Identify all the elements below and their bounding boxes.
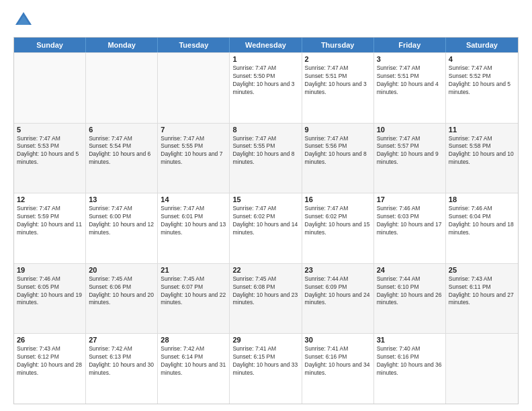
day-header-tuesday: Tuesday xyxy=(158,38,230,52)
calendar-body: 1Sunrise: 7:47 AMSunset: 5:50 PMDaylight… xyxy=(14,52,518,404)
day-number: 16 xyxy=(305,195,371,203)
calendar-cell: 11Sunrise: 7:47 AMSunset: 5:58 PMDayligh… xyxy=(446,124,518,193)
calendar-cell: 28Sunrise: 7:42 AMSunset: 6:14 PMDayligh… xyxy=(158,334,230,404)
calendar-cell: 4Sunrise: 7:47 AMSunset: 5:52 PMDaylight… xyxy=(446,53,518,123)
cell-info: Sunrise: 7:46 AMSunset: 6:05 PMDaylight:… xyxy=(17,275,83,308)
day-number: 31 xyxy=(377,336,443,344)
logo-icon xyxy=(13,10,34,30)
cell-info: Sunrise: 7:47 AMSunset: 6:00 PMDaylight:… xyxy=(89,205,154,237)
day-number: 22 xyxy=(232,266,298,274)
cell-info: Sunrise: 7:47 AMSunset: 5:52 PMDaylight:… xyxy=(449,64,515,97)
calendar-cell: 20Sunrise: 7:45 AMSunset: 6:06 PMDayligh… xyxy=(86,264,158,334)
cell-info: Sunrise: 7:47 AMSunset: 5:53 PMDaylight:… xyxy=(17,135,83,167)
calendar-cell xyxy=(86,53,158,123)
day-number: 26 xyxy=(17,336,83,344)
day-number: 6 xyxy=(89,126,154,134)
day-number: 23 xyxy=(305,266,371,274)
day-header-thursday: Thursday xyxy=(302,38,374,52)
cell-info: Sunrise: 7:41 AMSunset: 6:15 PMDaylight:… xyxy=(232,345,298,377)
day-header-sunday: Sunday xyxy=(14,38,86,52)
day-number: 1 xyxy=(232,55,298,63)
calendar-cell: 6Sunrise: 7:47 AMSunset: 5:54 PMDaylight… xyxy=(86,124,158,193)
calendar-cell: 16Sunrise: 7:47 AMSunset: 6:02 PMDayligh… xyxy=(302,193,374,263)
cell-info: Sunrise: 7:45 AMSunset: 6:06 PMDaylight:… xyxy=(89,275,154,308)
cell-info: Sunrise: 7:42 AMSunset: 6:13 PMDaylight:… xyxy=(89,345,154,377)
day-number: 24 xyxy=(377,266,443,274)
calendar-cell: 17Sunrise: 7:46 AMSunset: 6:03 PMDayligh… xyxy=(374,193,446,263)
day-number: 21 xyxy=(161,266,226,274)
cell-info: Sunrise: 7:41 AMSunset: 6:16 PMDaylight:… xyxy=(305,345,371,377)
cell-info: Sunrise: 7:45 AMSunset: 6:08 PMDaylight:… xyxy=(232,275,298,308)
cell-info: Sunrise: 7:47 AMSunset: 5:51 PMDaylight:… xyxy=(377,64,443,97)
day-number: 29 xyxy=(232,336,298,344)
day-number: 8 xyxy=(232,126,298,134)
calendar-cell: 30Sunrise: 7:41 AMSunset: 6:16 PMDayligh… xyxy=(302,334,374,404)
cell-info: Sunrise: 7:47 AMSunset: 6:01 PMDaylight:… xyxy=(161,205,226,237)
calendar-cell: 18Sunrise: 7:46 AMSunset: 6:04 PMDayligh… xyxy=(446,193,518,263)
calendar-cell: 21Sunrise: 7:45 AMSunset: 6:07 PMDayligh… xyxy=(158,264,230,334)
day-number: 2 xyxy=(305,55,371,63)
day-number: 3 xyxy=(377,55,443,63)
cell-info: Sunrise: 7:47 AMSunset: 5:56 PMDaylight:… xyxy=(305,135,371,167)
day-number: 10 xyxy=(377,126,443,134)
day-number: 17 xyxy=(377,195,443,203)
day-number: 9 xyxy=(305,126,371,134)
page: SundayMondayTuesdayWednesdayThursdayFrid… xyxy=(0,0,532,411)
day-number: 11 xyxy=(449,126,515,134)
day-number: 18 xyxy=(449,195,515,203)
calendar-cell: 2Sunrise: 7:47 AMSunset: 5:51 PMDaylight… xyxy=(302,53,374,123)
cell-info: Sunrise: 7:47 AMSunset: 5:51 PMDaylight:… xyxy=(305,64,371,97)
day-number: 4 xyxy=(449,55,515,63)
calendar-row-4: 26Sunrise: 7:43 AMSunset: 6:12 PMDayligh… xyxy=(14,333,518,404)
calendar-cell: 19Sunrise: 7:46 AMSunset: 6:05 PMDayligh… xyxy=(14,264,86,334)
logo xyxy=(13,10,36,30)
calendar-cell xyxy=(446,334,518,404)
day-number: 5 xyxy=(17,126,83,134)
calendar-cell: 14Sunrise: 7:47 AMSunset: 6:01 PMDayligh… xyxy=(158,193,230,263)
header xyxy=(13,10,519,30)
day-number: 30 xyxy=(305,336,371,344)
calendar-cell: 13Sunrise: 7:47 AMSunset: 6:00 PMDayligh… xyxy=(86,193,158,263)
calendar-cell: 22Sunrise: 7:45 AMSunset: 6:08 PMDayligh… xyxy=(230,264,302,334)
cell-info: Sunrise: 7:42 AMSunset: 6:14 PMDaylight:… xyxy=(161,345,226,377)
cell-info: Sunrise: 7:43 AMSunset: 6:11 PMDaylight:… xyxy=(449,275,515,308)
calendar-cell: 7Sunrise: 7:47 AMSunset: 5:55 PMDaylight… xyxy=(158,124,230,193)
cell-info: Sunrise: 7:47 AMSunset: 5:55 PMDaylight:… xyxy=(232,135,298,167)
calendar-header: SundayMondayTuesdayWednesdayThursdayFrid… xyxy=(14,38,518,52)
day-header-saturday: Saturday xyxy=(446,38,518,52)
cell-info: Sunrise: 7:47 AMSunset: 5:55 PMDaylight:… xyxy=(161,135,226,167)
calendar-cell: 31Sunrise: 7:40 AMSunset: 6:16 PMDayligh… xyxy=(374,334,446,404)
calendar-cell: 24Sunrise: 7:44 AMSunset: 6:10 PMDayligh… xyxy=(374,264,446,334)
cell-info: Sunrise: 7:43 AMSunset: 6:12 PMDaylight:… xyxy=(17,345,83,377)
day-header-friday: Friday xyxy=(374,38,446,52)
calendar-cell xyxy=(14,53,86,123)
day-number: 25 xyxy=(449,266,515,274)
day-number: 20 xyxy=(89,266,154,274)
calendar-row-2: 12Sunrise: 7:47 AMSunset: 5:59 PMDayligh… xyxy=(14,193,518,263)
cell-info: Sunrise: 7:46 AMSunset: 6:04 PMDaylight:… xyxy=(449,205,515,237)
cell-info: Sunrise: 7:40 AMSunset: 6:16 PMDaylight:… xyxy=(377,345,443,377)
day-header-wednesday: Wednesday xyxy=(230,38,302,52)
day-number: 28 xyxy=(161,336,226,344)
cell-info: Sunrise: 7:44 AMSunset: 6:09 PMDaylight:… xyxy=(305,275,371,308)
calendar-cell: 1Sunrise: 7:47 AMSunset: 5:50 PMDaylight… xyxy=(230,53,302,123)
day-header-monday: Monday xyxy=(86,38,158,52)
cell-info: Sunrise: 7:47 AMSunset: 5:57 PMDaylight:… xyxy=(377,135,443,167)
calendar-cell: 25Sunrise: 7:43 AMSunset: 6:11 PMDayligh… xyxy=(446,264,518,334)
calendar-cell: 5Sunrise: 7:47 AMSunset: 5:53 PMDaylight… xyxy=(14,124,86,193)
calendar-cell: 15Sunrise: 7:47 AMSunset: 6:02 PMDayligh… xyxy=(230,193,302,263)
calendar-cell: 12Sunrise: 7:47 AMSunset: 5:59 PMDayligh… xyxy=(14,193,86,263)
calendar-cell: 23Sunrise: 7:44 AMSunset: 6:09 PMDayligh… xyxy=(302,264,374,334)
calendar-cell: 27Sunrise: 7:42 AMSunset: 6:13 PMDayligh… xyxy=(86,334,158,404)
cell-info: Sunrise: 7:47 AMSunset: 5:54 PMDaylight:… xyxy=(89,135,154,167)
calendar-cell: 29Sunrise: 7:41 AMSunset: 6:15 PMDayligh… xyxy=(230,334,302,404)
day-number: 27 xyxy=(89,336,154,344)
day-number: 19 xyxy=(17,266,83,274)
calendar-cell: 26Sunrise: 7:43 AMSunset: 6:12 PMDayligh… xyxy=(14,334,86,404)
day-number: 7 xyxy=(161,126,226,134)
cell-info: Sunrise: 7:47 AMSunset: 5:50 PMDaylight:… xyxy=(232,64,298,97)
calendar-cell: 3Sunrise: 7:47 AMSunset: 5:51 PMDaylight… xyxy=(374,53,446,123)
day-number: 14 xyxy=(161,195,226,203)
calendar-row-3: 19Sunrise: 7:46 AMSunset: 6:05 PMDayligh… xyxy=(14,263,518,334)
calendar-cell: 10Sunrise: 7:47 AMSunset: 5:57 PMDayligh… xyxy=(374,124,446,193)
